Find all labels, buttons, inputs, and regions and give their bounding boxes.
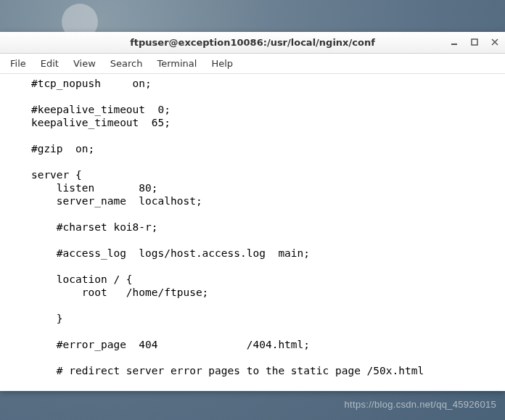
menu-search[interactable]: Search xyxy=(103,55,150,72)
close-icon xyxy=(490,38,499,46)
minimize-button[interactable] xyxy=(447,35,461,49)
minimize-icon xyxy=(450,38,459,46)
terminal-window: ftpuser@exception10086:/usr/local/nginx/… xyxy=(0,32,505,391)
editor-content[interactable]: #tcp_nopush on; #keepalive_timeout 0; ke… xyxy=(0,74,505,391)
close-button[interactable] xyxy=(488,35,502,49)
maximize-button[interactable] xyxy=(467,35,482,49)
titlebar[interactable]: ftpuser@exception10086:/usr/local/nginx/… xyxy=(0,32,505,54)
window-title: ftpuser@exception10086:/usr/local/nginx/… xyxy=(130,37,375,48)
svg-rect-1 xyxy=(472,39,477,45)
menu-edit[interactable]: Edit xyxy=(33,55,66,72)
menubar: File Edit View Search Terminal Help xyxy=(0,54,505,74)
menu-file[interactable]: File xyxy=(3,55,33,72)
menu-terminal[interactable]: Terminal xyxy=(149,55,204,72)
watermark: https://blog.csdn.net/qq_45926015 xyxy=(345,399,496,410)
window-controls xyxy=(447,35,502,49)
menu-help[interactable]: Help xyxy=(204,55,240,72)
maximize-icon xyxy=(470,38,479,46)
menu-view[interactable]: View xyxy=(66,55,103,72)
